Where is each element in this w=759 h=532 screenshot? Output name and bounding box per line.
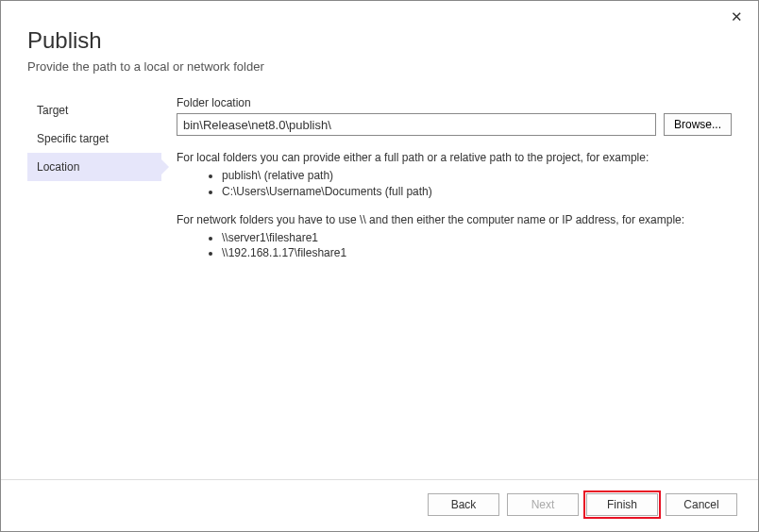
dialog-header: Publish Provide the path to a local or n… [1,1,758,74]
browse-button[interactable]: Browse... [664,113,732,136]
help-local-item: C:\Users\Username\Documents (full path) [222,184,732,200]
help-network-intro: For network folders you have to use \\ a… [177,211,732,228]
help-network-item: \\192.168.1.17\fileshare1 [222,245,732,261]
sidebar-item-location[interactable]: Location [27,153,161,181]
help-network-list: \\server1\fileshare1 \\192.168.1.17\file… [222,230,732,262]
button-bar: Back Next Finish Cancel [428,493,737,516]
back-button[interactable]: Back [428,493,499,516]
sidebar: Target Specific target Location [27,96,161,273]
page-title: Publish [27,27,732,54]
separator-line [1,479,758,480]
content-area: Target Specific target Location Folder l… [1,96,758,273]
help-local-list: publish\ (relative path) C:\Users\Userna… [222,168,732,200]
finish-button[interactable]: Finish [586,493,658,516]
folder-location-label: Folder location [177,96,732,109]
help-local-item: publish\ (relative path) [222,168,732,184]
cancel-button[interactable]: Cancel [666,493,737,516]
sidebar-item-specific-target[interactable]: Specific target [27,125,161,153]
sidebar-item-label: Specific target [37,132,109,145]
sidebar-item-target[interactable]: Target [27,96,161,125]
main-panel: Folder location Browse... For local fold… [161,96,732,273]
folder-location-input[interactable] [177,113,656,136]
close-button[interactable]: ✕ [725,7,749,27]
next-button: Next [507,493,579,516]
sidebar-item-label: Target [37,104,68,117]
help-local-intro: For local folders you can provide either… [177,149,732,166]
folder-input-row: Browse... [177,113,732,136]
help-text-block: For local folders you can provide either… [177,149,732,261]
page-subtitle: Provide the path to a local or network f… [27,59,732,74]
sidebar-item-label: Location [37,160,79,174]
help-network-item: \\server1\fileshare1 [222,230,732,246]
